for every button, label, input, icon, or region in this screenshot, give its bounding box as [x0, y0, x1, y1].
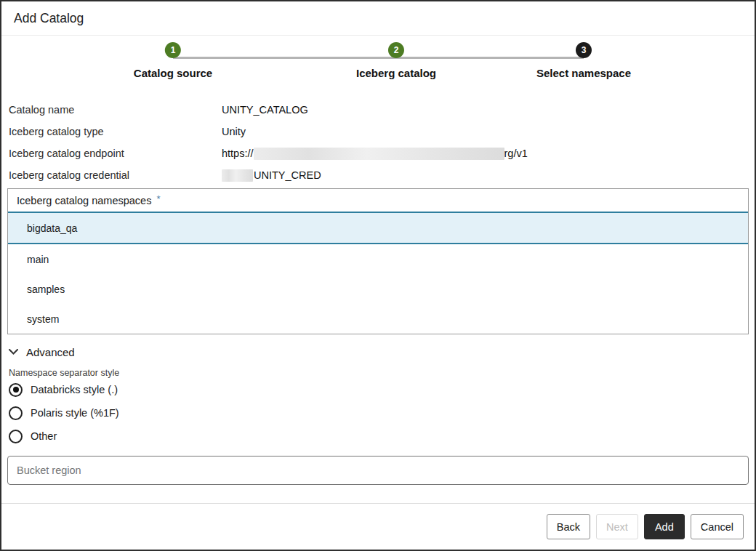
advanced-section-toggle[interactable]: Advanced [1, 343, 75, 361]
catalog-name-label: Catalog name [9, 104, 222, 116]
cancel-button[interactable]: Cancel [691, 514, 744, 539]
namespaces-listbox: Iceberg catalog namespaces * bigdata_qa … [7, 188, 749, 334]
radio-other-style[interactable]: Other [1, 425, 57, 448]
step-select-namespace: 3 Select namespace [536, 42, 631, 79]
required-asterisk: * [156, 193, 160, 204]
step-catalog-source: 1 Catalog source [134, 42, 212, 79]
step-2-label: Iceberg catalog [356, 67, 436, 79]
endpoint-suffix: rg/v1 [504, 148, 528, 159]
namespace-separator-style-label: Namespace separator style [1, 368, 755, 378]
endpoint-prefix: https:// [222, 148, 254, 159]
namespaces-label: Iceberg catalog namespaces [17, 195, 151, 206]
summary-row-catalog-credential: Iceberg catalog credential UNITY_CRED [1, 164, 755, 186]
summary-row-catalog-endpoint: Iceberg catalog endpoint https://rg/v1 [1, 142, 755, 164]
radio-polaris-label: Polaris style (%1F) [31, 407, 119, 419]
radio-button-icon-selected[interactable] [9, 383, 23, 397]
catalog-summary: Catalog name UNITY_CATALOG Iceberg catal… [1, 99, 755, 186]
credential-text: UNITY_CRED [254, 169, 321, 181]
radio-button-icon[interactable] [9, 406, 23, 420]
namespace-option-samples[interactable]: samples [8, 274, 748, 304]
add-catalog-dialog: Add Catalog 1 Catalog source 2 Iceberg c… [0, 0, 756, 551]
bucket-region-input[interactable] [7, 456, 749, 485]
next-button[interactable]: Next [596, 514, 638, 539]
summary-row-catalog-type: Iceberg catalog type Unity [1, 121, 755, 142]
step-1-badge: 1 [165, 42, 181, 58]
back-button[interactable]: Back [547, 514, 590, 539]
catalog-type-value: Unity [222, 126, 246, 137]
step-3-label: Select namespace [536, 67, 631, 79]
endpoint-redaction-blur [254, 148, 504, 160]
radio-polaris-style[interactable]: Polaris style (%1F) [1, 401, 119, 425]
namespace-option-system[interactable]: system [8, 304, 748, 334]
namespaces-listbox-header: Iceberg catalog namespaces * [8, 189, 748, 212]
summary-row-catalog-name: Catalog name UNITY_CATALOG [1, 99, 755, 121]
dialog-footer: Back Next Add Cancel [1, 503, 755, 550]
step-2-badge: 2 [388, 42, 404, 58]
catalog-credential-value: UNITY_CRED [222, 169, 321, 182]
catalog-credential-label: Iceberg catalog credential [9, 169, 222, 181]
step-iceberg-catalog: 2 Iceberg catalog [356, 42, 436, 79]
catalog-endpoint-label: Iceberg catalog endpoint [9, 148, 222, 159]
advanced-label: Advanced [26, 346, 75, 358]
catalog-name-value: UNITY_CATALOG [222, 104, 308, 116]
stepper: 1 Catalog source 2 Iceberg catalog 3 Sel… [1, 36, 755, 87]
namespace-option-main[interactable]: main [8, 244, 748, 274]
step-1-label: Catalog source [134, 67, 212, 79]
add-button[interactable]: Add [644, 514, 685, 539]
radio-databricks-style[interactable]: Databricks style (.) [1, 378, 118, 401]
chevron-down-icon [9, 349, 18, 355]
dialog-header: Add Catalog [1, 1, 755, 36]
radio-other-label: Other [31, 430, 57, 442]
step-3-badge: 3 [576, 42, 592, 58]
radio-button-icon[interactable] [9, 430, 23, 443]
catalog-type-label: Iceberg catalog type [9, 126, 222, 137]
namespace-option-bigdata-qa[interactable]: bigdata_qa [8, 212, 748, 244]
credential-redaction-blur [222, 169, 253, 182]
radio-databricks-label: Databricks style (.) [31, 384, 118, 395]
catalog-endpoint-value: https://rg/v1 [222, 148, 528, 160]
dialog-title: Add Catalog [14, 11, 84, 26]
